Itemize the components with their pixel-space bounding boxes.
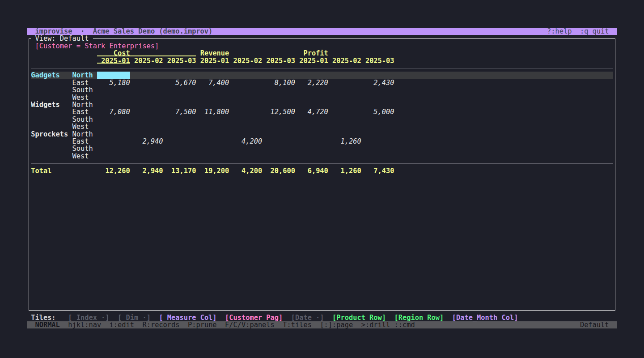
document-title: Acme Sales Demo (demo.improv) xyxy=(93,28,213,35)
total-value: 13,170 xyxy=(167,167,196,175)
status-hint: T:tiles xyxy=(283,321,312,328)
region-label[interactable]: South xyxy=(72,116,93,123)
product-label[interactable]: Sprockets xyxy=(31,131,68,138)
cell-value[interactable]: 5,670 xyxy=(167,79,196,86)
cell-value[interactable]: 8,100 xyxy=(266,79,295,86)
total-value: 4,200 xyxy=(233,167,263,175)
cell-value[interactable]: 4,200 xyxy=(233,138,263,145)
title-separator-dot: · xyxy=(80,28,85,35)
region-label[interactable]: West xyxy=(72,123,89,130)
help-hint[interactable]: ?:help xyxy=(547,28,572,35)
tile-dim[interactable]: [_Dim ·] xyxy=(118,314,151,321)
month-header[interactable]: 2025-01 xyxy=(299,57,328,64)
cell-value[interactable]: 11,800 xyxy=(200,108,229,115)
status-hint: P:prune xyxy=(188,321,217,328)
total-label: Total xyxy=(31,167,51,175)
cell-value[interactable]: 7,080 xyxy=(101,108,130,115)
measure-group-header-revenue[interactable]: Revenue xyxy=(200,50,229,57)
status-hint: i:edit xyxy=(110,321,134,328)
total-value: 6,940 xyxy=(299,167,328,175)
mode-indicator: NORMAL xyxy=(35,321,59,328)
tiles-label: Tiles: xyxy=(31,314,55,321)
region-label[interactable]: East xyxy=(72,79,89,86)
quit-hint[interactable]: :q quit xyxy=(580,28,609,35)
cell-value[interactable]: 2,940 xyxy=(134,138,163,145)
status-hint: F/C/V:panels xyxy=(225,321,275,328)
measure-group-header-profit[interactable]: Profit xyxy=(299,50,328,57)
cell-value[interactable]: 5,000 xyxy=(365,108,394,115)
tile-regionrow[interactable]: [Region Row] xyxy=(394,314,444,321)
tile-datemonthcol[interactable]: [Date_Month Col] xyxy=(452,314,518,321)
month-header[interactable]: 2025-03 xyxy=(167,57,196,64)
region-label[interactable]: West xyxy=(72,153,89,160)
tile-productrow[interactable]: [Product Row] xyxy=(332,314,386,321)
cell-value[interactable]: 4,720 xyxy=(299,108,328,115)
app-name: improvise xyxy=(35,28,72,35)
month-header[interactable]: 2025-02 xyxy=(134,57,163,64)
region-label[interactable]: South xyxy=(72,86,93,94)
measure-group-header-cost[interactable]: Cost xyxy=(101,50,130,57)
cell-value[interactable]: 2,220 xyxy=(299,79,328,86)
tile-measurecol[interactable]: [_Measure Col] xyxy=(159,314,216,321)
product-label[interactable]: Gadgets xyxy=(31,72,60,79)
tile-index[interactable]: [_Index ·] xyxy=(68,314,109,321)
region-label[interactable]: East xyxy=(72,108,89,115)
cell-value[interactable]: 7,500 xyxy=(167,108,196,115)
total-value: 20,600 xyxy=(266,167,295,175)
status-hint: ::cmd xyxy=(394,321,415,328)
month-header[interactable]: 2025-03 xyxy=(365,57,394,64)
region-label[interactable]: South xyxy=(72,145,93,152)
total-value: 12,260 xyxy=(101,167,130,175)
status-right: Default xyxy=(580,321,609,328)
month-header[interactable]: 2025-02 xyxy=(233,57,263,64)
cursor-cell[interactable] xyxy=(97,72,130,79)
total-value: 2,940 xyxy=(134,167,163,175)
total-separator xyxy=(31,163,613,164)
month-header[interactable]: 2025-01 xyxy=(200,57,229,64)
status-hint: hjkl:nav xyxy=(68,321,101,328)
tile-date[interactable]: [Date ·] xyxy=(291,314,324,321)
view-label: View: Default xyxy=(35,35,89,42)
status-hint: R:records xyxy=(142,321,179,328)
cell-value[interactable]: 12,500 xyxy=(266,108,295,115)
cell-value[interactable]: 5,180 xyxy=(101,79,130,86)
region-label[interactable]: North xyxy=(72,101,93,108)
product-label[interactable]: Widgets xyxy=(31,101,60,108)
cell-value[interactable]: 2,430 xyxy=(365,79,394,86)
month-header[interactable]: 2025-01 xyxy=(101,57,130,64)
cell-value[interactable]: 1,260 xyxy=(332,138,361,145)
status-hint: >:drill xyxy=(361,321,390,328)
region-label[interactable]: East xyxy=(72,138,89,145)
status-hint: [:]:page xyxy=(320,321,353,328)
tile-customerpag[interactable]: [Customer Pag] xyxy=(225,314,283,321)
region-label[interactable]: West xyxy=(72,94,89,101)
filter-chip[interactable]: [Customer = Stark Enterprises] xyxy=(35,43,159,50)
month-header[interactable]: 2025-02 xyxy=(332,57,361,64)
total-value: 7,430 xyxy=(365,167,394,175)
total-value: 19,200 xyxy=(200,167,229,175)
region-label[interactable]: North xyxy=(72,131,93,138)
month-header[interactable]: 2025-03 xyxy=(266,57,295,64)
cell-value[interactable]: 7,400 xyxy=(200,79,229,86)
terminal-screen: { "colors": { "background": "#1e1f29", "… xyxy=(0,0,644,358)
total-value: 1,260 xyxy=(332,167,361,175)
header-separator xyxy=(31,68,613,68)
region-label[interactable]: North xyxy=(72,72,93,79)
